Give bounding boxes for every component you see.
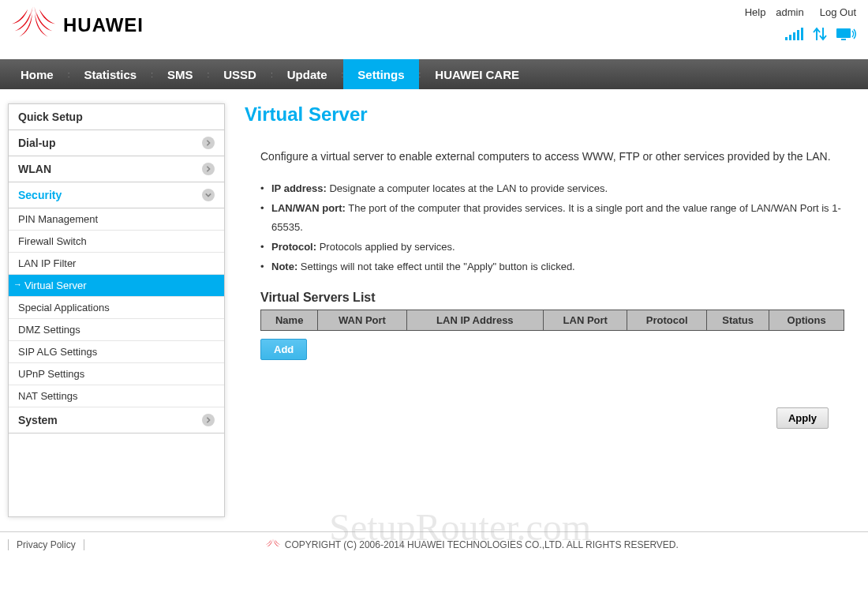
header-bar: HUAWEI Help admin Log Out: [0, 0, 868, 59]
huawei-logo-small-icon: [266, 539, 280, 551]
content-area: Virtual Server Configure a virtual serve…: [245, 103, 860, 517]
intro-text: Configure a virtual server to enable ext…: [245, 145, 844, 167]
signal-icon: [785, 26, 804, 42]
apply-row: Apply: [245, 407, 844, 429]
col-lanport: LAN Port: [544, 310, 627, 331]
nav-huawei-care[interactable]: HUAWEI CARE: [421, 59, 533, 89]
sidebar-item-firewall[interactable]: Firewall Switch: [9, 231, 224, 253]
nav-settings[interactable]: Settings: [343, 59, 418, 89]
logout-link[interactable]: Log Out: [820, 6, 856, 18]
col-options: Options: [769, 310, 844, 331]
copyright-text: COPYRIGHT (C) 2006-2014 HUAWEI TECHNOLOG…: [285, 539, 679, 550]
user-label: admin: [776, 6, 803, 18]
sidebar: Quick Setup Dial-up WLAN Security PIN Ma…: [8, 103, 225, 517]
info-bullets: IP address: Designate a computer locates…: [245, 179, 844, 276]
brand-text: HUAWEI: [63, 14, 144, 36]
bullet-text: Designate a computer locates at the LAN …: [327, 182, 608, 194]
svg-rect-0: [785, 37, 788, 40]
page-title: Virtual Server: [245, 103, 844, 126]
bullet-port: LAN/WAN port: The port of the computer t…: [260, 199, 844, 238]
sidebar-label: Quick Setup: [18, 111, 83, 123]
bullet-text: The port of the computer that provides s…: [271, 202, 841, 234]
sidebar-quick-setup[interactable]: Quick Setup: [9, 104, 224, 130]
chevron-right-icon: [202, 137, 215, 149]
nav-bar: Home: Statistics: SMS: USSD: Update: Set…: [0, 59, 868, 89]
nav-home[interactable]: Home: [6, 59, 68, 89]
sidebar-system[interactable]: System: [9, 407, 224, 433]
sidebar-security[interactable]: Security: [9, 182, 224, 208]
header-right: Help admin Log Out: [745, 6, 856, 42]
virtual-servers-table: Name WAN Port LAN IP Address LAN Port Pr…: [260, 310, 844, 331]
privacy-link[interactable]: Privacy Policy: [8, 539, 84, 550]
sidebar-item-specialapps[interactable]: Special Applications: [9, 297, 224, 319]
bullet-note: Note: Settings will not take effect unti…: [260, 257, 844, 277]
sidebar-label: WLAN: [18, 163, 51, 175]
bullet-ip: IP address: Designate a computer locates…: [260, 179, 844, 199]
sidebar-item-sipalg[interactable]: SIP ALG Settings: [9, 341, 224, 363]
col-status: Status: [706, 310, 769, 331]
top-links: Help admin Log Out: [745, 6, 856, 18]
svg-rect-4: [801, 28, 803, 40]
sidebar-item-lanipfilter[interactable]: LAN IP Filter: [9, 253, 224, 275]
footer: Privacy Policy COPYRIGHT (C) 2006-2014 H…: [0, 531, 868, 557]
svg-rect-5: [836, 28, 851, 38]
footer-copyright: COPYRIGHT (C) 2006-2014 HUAWEI TECHNOLOG…: [84, 539, 860, 551]
chevron-down-icon: [202, 189, 215, 201]
bullet-label: Note:: [271, 261, 297, 272]
svg-rect-2: [793, 32, 795, 40]
monitor-wifi-icon: [836, 26, 856, 42]
updown-arrows-icon: [812, 26, 828, 42]
logo-area: HUAWEI: [12, 6, 144, 44]
add-button[interactable]: Add: [260, 339, 307, 360]
bullet-text: Protocols applied by services.: [316, 241, 455, 253]
main-area: Quick Setup Dial-up WLAN Security PIN Ma…: [0, 89, 868, 531]
bullet-label: Protocol:: [271, 241, 316, 253]
svg-rect-6: [841, 39, 846, 40]
sidebar-item-upnp[interactable]: UPnP Settings: [9, 363, 224, 385]
sidebar-item-virtualserver[interactable]: Virtual Server: [9, 275, 224, 297]
nav-statistics[interactable]: Statistics: [69, 59, 151, 89]
nav-sms[interactable]: SMS: [153, 59, 208, 89]
sidebar-label: System: [18, 414, 58, 426]
col-lanip: LAN IP Address: [406, 310, 543, 331]
col-protocol: Protocol: [627, 310, 707, 331]
col-name: Name: [261, 310, 318, 331]
table-header-row: Name WAN Port LAN IP Address LAN Port Pr…: [261, 310, 844, 331]
sidebar-wlan[interactable]: WLAN: [9, 156, 224, 182]
chevron-right-icon: [202, 163, 215, 175]
bullet-text: Settings will not take effect until the …: [297, 261, 575, 272]
svg-rect-1: [789, 35, 791, 40]
sidebar-dialup[interactable]: Dial-up: [9, 130, 224, 156]
sidebar-item-nat[interactable]: NAT Settings: [9, 385, 224, 407]
apply-button[interactable]: Apply: [776, 407, 829, 429]
sidebar-label: Dial-up: [18, 137, 55, 149]
bullet-label: IP address:: [271, 182, 327, 194]
huawei-logo-icon: [12, 6, 55, 44]
bullet-protocol: Protocol: Protocols applied by services.: [260, 238, 844, 257]
sidebar-item-dmz[interactable]: DMZ Settings: [9, 319, 224, 341]
sidebar-label: Security: [18, 189, 62, 201]
sidebar-item-pin[interactable]: PIN Management: [9, 208, 224, 231]
bullet-label: LAN/WAN port:: [271, 202, 346, 214]
col-wanport: WAN Port: [318, 310, 406, 331]
chevron-right-icon: [202, 414, 215, 426]
help-link[interactable]: Help: [745, 6, 766, 18]
nav-ussd[interactable]: USSD: [209, 59, 271, 89]
status-icons: [745, 26, 856, 42]
list-title: Virtual Servers List: [260, 291, 844, 305]
nav-update[interactable]: Update: [273, 59, 342, 89]
svg-rect-3: [797, 30, 799, 40]
